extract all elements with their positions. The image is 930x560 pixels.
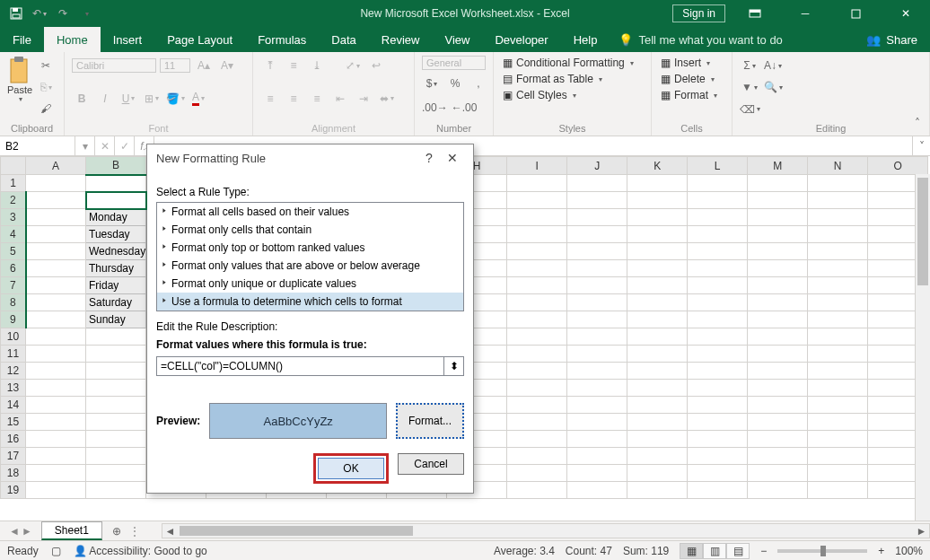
tab-insert[interactable]: Insert [101, 27, 155, 52]
format-cells-button[interactable]: ▦Format▾ [659, 88, 724, 102]
decrease-indent-icon[interactable]: ⇤ [330, 89, 350, 109]
cell-I3[interactable] [507, 209, 567, 226]
cell-L11[interactable] [688, 346, 748, 363]
cell-M17[interactable] [748, 448, 808, 465]
cell-I10[interactable] [507, 328, 567, 346]
cell-N15[interactable] [808, 414, 868, 431]
insert-cells-button[interactable]: ▦Insert▾ [659, 56, 724, 70]
wrap-text-icon[interactable]: ↩ [366, 56, 386, 75]
cell-I19[interactable] [507, 482, 567, 499]
row-header-10[interactable]: 10 [1, 328, 26, 346]
cell-N5[interactable] [808, 243, 868, 260]
cell-A18[interactable] [26, 465, 86, 482]
hscroll-left-icon[interactable]: ◄ [162, 524, 178, 538]
cell-I5[interactable] [507, 243, 567, 260]
cell-L10[interactable] [688, 328, 748, 346]
col-header-L[interactable]: L [688, 157, 748, 175]
cell-N14[interactable] [808, 397, 868, 414]
name-box[interactable]: B2 [0, 136, 75, 155]
rule-type-list[interactable]: Format all cells based on their valuesFo… [156, 202, 464, 311]
cell-B12[interactable] [86, 363, 146, 380]
cell-N11[interactable] [808, 346, 868, 363]
cell-B16[interactable] [86, 431, 146, 448]
increase-font-icon[interactable]: A▴ [194, 56, 214, 75]
cell-J14[interactable] [567, 397, 627, 414]
cell-B19[interactable] [86, 482, 146, 499]
cell-M10[interactable] [748, 328, 808, 346]
undo-icon[interactable]: ↶▾ [29, 3, 50, 24]
cell-I4[interactable] [507, 226, 567, 243]
formula-input-field[interactable]: ⬍ [156, 356, 464, 376]
autosum-icon[interactable]: Σ▾ [740, 56, 759, 75]
row-header-2[interactable]: 2 [1, 192, 26, 209]
cell-L14[interactable] [688, 397, 748, 414]
cell-A19[interactable] [26, 482, 86, 499]
cell-A2[interactable] [26, 192, 86, 209]
cell-K13[interactable] [627, 380, 688, 397]
row-header-8[interactable]: 8 [1, 294, 26, 311]
share-button[interactable]: 👥 Share [854, 27, 930, 52]
cell-K8[interactable] [627, 294, 688, 311]
cell-B9[interactable]: Sunday [86, 311, 146, 328]
cell-N4[interactable] [808, 226, 868, 243]
cell-I16[interactable] [507, 431, 567, 448]
cell-K18[interactable] [627, 465, 688, 482]
cell-K3[interactable] [627, 209, 688, 226]
cell-K1[interactable] [627, 175, 688, 192]
rule-type-option-2[interactable]: Format only top or bottom ranked values [157, 239, 463, 257]
cell-A6[interactable] [26, 260, 86, 277]
cell-B11[interactable] [86, 346, 146, 363]
cell-J12[interactable] [567, 363, 627, 380]
cell-J15[interactable] [567, 414, 627, 431]
cell-N13[interactable] [808, 380, 868, 397]
cell-A14[interactable] [26, 397, 86, 414]
cell-B7[interactable]: Friday [86, 277, 146, 294]
cell-I12[interactable] [507, 363, 567, 380]
fill-icon[interactable]: ▼▾ [740, 77, 759, 97]
hscroll-thumb[interactable] [180, 526, 413, 536]
number-format-combo[interactable]: General [422, 56, 486, 70]
sheet-nav-prev-icon[interactable]: ◄ [9, 525, 20, 538]
align-bottom-icon[interactable]: ⤓ [307, 56, 327, 75]
normal-view-icon[interactable]: ▦ [680, 543, 703, 559]
cell-K2[interactable] [627, 192, 688, 209]
tab-home[interactable]: Home [44, 27, 101, 52]
cell-K15[interactable] [627, 414, 688, 431]
tab-help[interactable]: Help [561, 27, 610, 52]
cell-M16[interactable] [748, 431, 808, 448]
cell-I8[interactable] [507, 294, 567, 311]
format-button[interactable]: Format... [396, 403, 464, 439]
decrease-font-icon[interactable]: A▾ [217, 56, 237, 75]
font-name-combo[interactable]: Calibri [72, 58, 156, 73]
cell-A8[interactable] [26, 294, 86, 311]
cell-L6[interactable] [688, 260, 748, 277]
orientation-icon[interactable]: ⤢▾ [343, 56, 363, 75]
font-color-icon[interactable]: A▾ [189, 89, 208, 109]
cell-I13[interactable] [507, 380, 567, 397]
enter-formula-icon[interactable]: ✓ [115, 136, 135, 155]
cell-M19[interactable] [748, 482, 808, 499]
cell-J16[interactable] [567, 431, 627, 448]
col-header-K[interactable]: K [627, 157, 688, 175]
percent-format-icon[interactable]: % [445, 74, 465, 93]
cell-N17[interactable] [808, 448, 868, 465]
italic-icon[interactable]: I [95, 89, 115, 109]
cell-L3[interactable] [688, 209, 748, 226]
cell-A12[interactable] [26, 363, 86, 380]
col-header-A[interactable]: A [26, 157, 86, 175]
cell-M8[interactable] [748, 294, 808, 311]
conditional-formatting-button[interactable]: ▦Conditional Formatting▾ [501, 56, 644, 70]
align-center-icon[interactable]: ≡ [284, 89, 303, 109]
cell-A15[interactable] [26, 414, 86, 431]
dialog-close-icon[interactable]: ✕ [441, 151, 464, 165]
page-break-view-icon[interactable]: ▤ [726, 543, 750, 559]
cell-I18[interactable] [507, 465, 567, 482]
tab-view[interactable]: View [432, 27, 482, 52]
cell-A9[interactable] [26, 311, 86, 328]
cell-A17[interactable] [26, 448, 86, 465]
row-header-11[interactable]: 11 [1, 346, 26, 363]
copy-icon[interactable]: ⎘▾ [36, 77, 56, 97]
qat-customize-icon[interactable]: ▾ [75, 3, 97, 24]
cell-M13[interactable] [748, 380, 808, 397]
cell-I1[interactable] [507, 175, 567, 192]
